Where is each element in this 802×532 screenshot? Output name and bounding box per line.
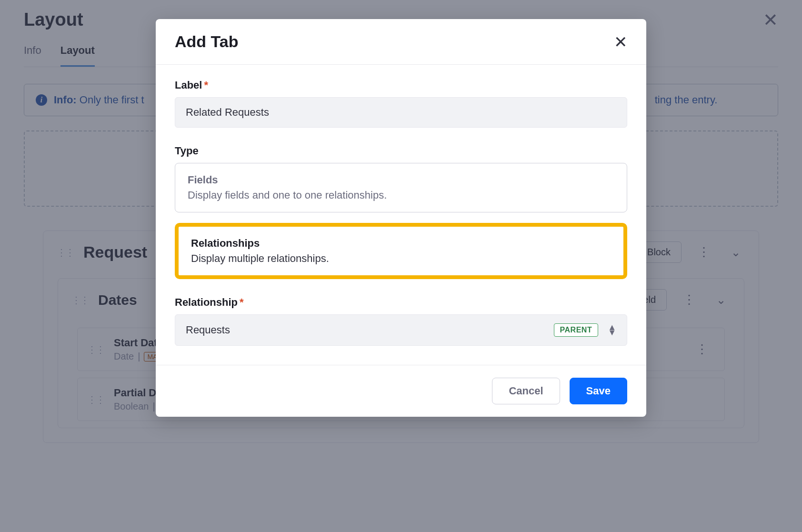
modal-header: Add Tab ✕ [156, 19, 646, 65]
type-option-desc: Display fields and one to one relationsh… [188, 189, 614, 201]
cancel-button[interactable]: Cancel [492, 378, 560, 404]
label-form-group: Label* [175, 79, 627, 128]
type-option-fields[interactable]: Fields Display fields and one to one rel… [175, 163, 627, 212]
label-label: Label* [175, 79, 627, 91]
relationship-label: Relationship* [175, 296, 627, 309]
relationship-form-group: Relationship* Requests PARENT ▲▼ [175, 296, 627, 346]
type-form-group: Type Fields Display fields and one to on… [175, 145, 627, 279]
relationship-value: Requests [186, 324, 230, 336]
modal-overlay: Add Tab ✕ Label* Type Fields Display fie… [0, 0, 802, 532]
type-option-title: Fields [188, 174, 614, 186]
label-label-text: Label [175, 79, 202, 91]
add-tab-modal: Add Tab ✕ Label* Type Fields Display fie… [156, 19, 646, 417]
parent-badge: PARENT [554, 323, 599, 337]
relationship-select[interactable]: Requests PARENT ▲▼ [175, 314, 627, 346]
type-option-title: Relationships [191, 237, 611, 250]
type-label: Type [175, 145, 627, 157]
required-star: * [240, 296, 244, 308]
close-icon[interactable]: ✕ [614, 34, 627, 50]
required-star: * [204, 79, 208, 91]
label-input[interactable] [175, 97, 627, 128]
type-option-relationships[interactable]: Relationships Display multiple relations… [182, 231, 620, 271]
modal-body: Label* Type Fields Display fields and on… [156, 65, 646, 365]
select-right: PARENT ▲▼ [554, 323, 616, 337]
type-option-desc: Display multiple relationships. [191, 252, 611, 265]
sort-arrows-icon: ▲▼ [608, 325, 616, 335]
modal-title: Add Tab [175, 32, 238, 51]
modal-footer: Cancel Save [156, 365, 646, 417]
relationship-label-text: Relationship [175, 296, 238, 308]
type-option-relationships-highlight: Relationships Display multiple relations… [175, 223, 627, 279]
save-button[interactable]: Save [570, 378, 627, 404]
